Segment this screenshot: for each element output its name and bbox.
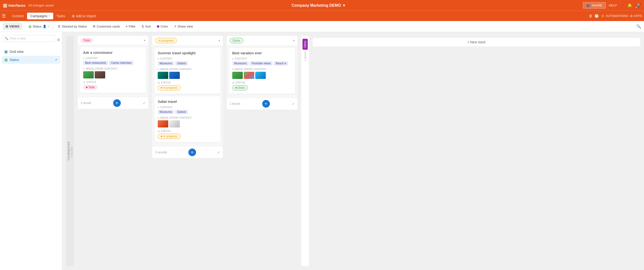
status-dot [235, 87, 237, 89]
image-icon: ≡ [232, 68, 234, 71]
content-field-label: ≡ CONTENT [232, 57, 292, 60]
image-icon: ≡ [83, 67, 84, 70]
card-summer-travel: Summer travel spotlight ≡ CONTENT Museum… [154, 47, 221, 94]
status-field-label: ◎ STATUS [232, 81, 292, 84]
image-field-label: ≡ IMAGE (FROM CONTENT) [83, 67, 143, 70]
inprogress-stack: In progress ▾ Summer travel spotlight ≡ … [152, 36, 223, 266]
content-tags: Museums Poolside views Beach e [232, 61, 292, 66]
todo-stack: Todo ▾ Ask a connoisseur ≡ CONTENT Best … [78, 36, 148, 266]
add-icon: ⊞ [72, 14, 75, 18]
card-title: Ask a connoisseur [83, 50, 143, 55]
grid-apps-icon: ⊞ [630, 14, 633, 18]
stacked-button[interactable]: ☰ Stacked by Status [55, 23, 90, 29]
status-icon: ▦ [28, 25, 32, 28]
share-icon: 👥 [586, 3, 590, 7]
add-import-button[interactable]: ⊞ Add or import [70, 13, 98, 19]
toolbar-right: 🔍 [636, 24, 641, 29]
filter-button[interactable]: ≡ Filter [123, 23, 138, 29]
second-nav-right: 🗑 🕐 ⚡ AUTOMATIONS ⊞ APPS [589, 14, 642, 18]
tag-museums: Museums [232, 61, 248, 66]
done-stack-footer: 1 record + ⤢ [227, 98, 298, 110]
share-button[interactable]: 👥 SHARE [583, 2, 606, 9]
filter-icon: ≡ [126, 25, 128, 28]
content-tags: Best restaurants Carlos interview [83, 61, 143, 65]
status-button[interactable]: ▦ Status 👤 ▾ [26, 23, 51, 29]
tag-poolside: Poolside views [250, 61, 272, 66]
sidebar-search[interactable]: 🔍 Find a view [2, 35, 55, 42]
apps-button[interactable]: ⊞ APPS [630, 14, 642, 18]
card-status-badge: Todo [83, 85, 98, 90]
history-icon[interactable]: 🕐 [594, 14, 599, 18]
status-field-label: ◎ STATUS [158, 130, 218, 133]
automations-icon: ⚡ [601, 14, 605, 18]
views-button[interactable]: ⊞ VIEWS [3, 23, 22, 30]
automations-button[interactable]: ⚡ AUTOMATIONS [601, 14, 628, 18]
other-label: Other [302, 39, 308, 50]
content-icon: ≡ [158, 57, 159, 60]
help-label[interactable]: HELP [609, 3, 617, 7]
campaigns-tab[interactable]: Campaigns ▾ [27, 13, 53, 19]
todo-record-count: 1 record [80, 101, 91, 105]
done-label: Done [230, 38, 243, 43]
image-field-label: ≡ IMAGE (FROM CONTENT) [158, 68, 218, 71]
customize-cards-button[interactable]: ⚙ Customize cards [90, 23, 122, 29]
trash-icon[interactable]: 🗑 [589, 14, 592, 18]
app-section: Interfaces [8, 3, 26, 7]
todo-add-button[interactable]: + [113, 99, 121, 107]
done-add-button[interactable]: + [262, 100, 270, 108]
bell-icon[interactable]: 🔔 [628, 3, 632, 8]
inprogress-stack-footer: 2 records + ⤢ [152, 146, 223, 158]
card-image-1 [83, 71, 94, 78]
uncategorized-column: Uncategorized 0 records [66, 36, 74, 266]
inprogress-chevron-icon[interactable]: ▾ [218, 39, 220, 42]
card-images [83, 71, 143, 78]
tasks-tab[interactable]: Tasks [53, 13, 68, 19]
tag-safaris: Safaris [175, 110, 188, 114]
card-ask-connoisseur: Ask a connoisseur ≡ CONTENT Best restaur… [80, 47, 146, 93]
search-icon[interactable]: 🔍 [636, 24, 641, 28]
image-field-label: ≡ IMAGE (FROM CONTENT) [158, 117, 218, 119]
status-field-label: ◎ STATUS [158, 81, 218, 84]
status-circle-icon: ◎ [158, 81, 160, 84]
card-image-2 [244, 72, 254, 79]
question-icon: ❓ [620, 3, 624, 8]
hamburger-icon[interactable]: ☰ [2, 13, 6, 19]
sidebar-gear-icon[interactable]: ⚙ [57, 37, 60, 42]
card-status-badge: In progress [158, 85, 181, 90]
campaigns-dropdown-arrow: ▾ [49, 14, 50, 17]
card-title: Safari travel [158, 100, 218, 104]
tag-beach: Beach e [274, 61, 288, 66]
views-icon: ⊞ [6, 25, 8, 28]
tag-best-restaurants: Best restaurants [83, 61, 108, 65]
content-tab[interactable]: Content [9, 13, 27, 19]
inprogress-add-button[interactable]: + [188, 148, 196, 156]
todo-stack-header: Todo ▾ [78, 36, 148, 45]
color-button[interactable]: ⬟ Color [154, 23, 170, 29]
sort-button[interactable]: ⇅ Sort [139, 23, 154, 29]
sort-icon: ⇅ [142, 25, 144, 28]
top-nav: ▦ Interfaces All changes saved Company M… [0, 0, 644, 10]
todo-expand-icon[interactable]: ⤢ [142, 101, 146, 105]
status-dot [161, 87, 162, 89]
todo-chevron-icon[interactable]: ▾ [144, 39, 146, 42]
card-image-2 [95, 71, 105, 78]
top-nav-right: 👥 SHARE HELP ❓ 🔔 🚀 [583, 2, 641, 9]
image-icon: ≡ [158, 68, 159, 71]
content-field-label: ≡ CONTENT [83, 57, 143, 60]
done-expand-icon[interactable]: ⤢ [292, 102, 294, 106]
tag-museums: Museums [158, 110, 174, 114]
sidebar-item-grid[interactable]: ▦ Grid view [2, 48, 60, 56]
content-icon: ≡ [232, 57, 234, 60]
toolbar-divider-2 [53, 24, 54, 29]
card-images [158, 120, 218, 128]
card-image-2 [169, 120, 180, 128]
sidebar-item-status[interactable]: ▦ Status ✓ [2, 56, 60, 64]
inprogress-expand-icon[interactable]: ⤢ [217, 150, 220, 154]
image-icon: ≡ [158, 117, 159, 119]
customize-icon: ⚙ [93, 25, 96, 28]
sidebar-search-icon: 🔍 [4, 37, 8, 40]
share-view-button[interactable]: ↗ Share view [171, 23, 195, 29]
new-stack-button[interactable]: + New stack [313, 38, 640, 46]
done-chevron-icon[interactable]: ▾ [293, 39, 294, 42]
status-people-icon: 👤 [43, 25, 46, 28]
